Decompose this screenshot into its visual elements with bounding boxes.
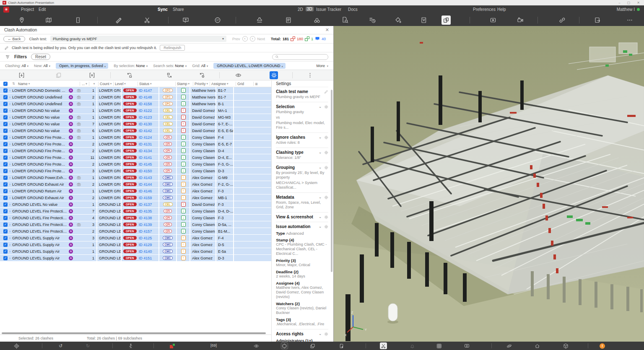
- filter-chip-3[interactable]: By selection:None▾: [114, 64, 148, 68]
- expand-icon[interactable]: ›: [9, 202, 10, 207]
- row-checkbox[interactable]: ✓: [3, 129, 8, 133]
- issue-id-link[interactable]: ID 4141: [139, 156, 152, 160]
- expand-icon[interactable]: ›: [9, 223, 10, 227]
- row-checkbox[interactable]: ✓: [3, 249, 8, 254]
- row-checkbox[interactable]: ✓: [3, 202, 8, 207]
- expand-icon[interactable]: ›: [9, 256, 10, 260]
- menu-sync[interactable]: Sync: [158, 7, 168, 12]
- table-row[interactable]: ✓›LOWER GROUND Fire Protection WetA3LOWE…: [0, 168, 271, 174]
- table-row[interactable]: ✓›LOWER GROUND No valueA1LOWER GROU...OP…: [0, 114, 271, 120]
- row-checkbox[interactable]: ✓: [3, 216, 8, 220]
- row-checkbox[interactable]: ✓: [3, 236, 8, 240]
- location-pin-icon[interactable]: [17, 16, 26, 25]
- table-row[interactable]: ✓›LOWER GROUND Exhaust AirA2LOWER GROU..…: [0, 181, 271, 187]
- menu-edit[interactable]: Edit: [39, 7, 46, 12]
- more-filters-button[interactable]: More ▾: [316, 64, 328, 68]
- clip-icon[interactable]: [143, 16, 152, 25]
- issue-history-icon[interactable]: [368, 16, 377, 25]
- search-model-icon[interactable]: [312, 16, 322, 25]
- expand-icon[interactable]: ›: [9, 109, 10, 113]
- issue-id-link[interactable]: ID 4122: [139, 109, 152, 113]
- mode-3d-button[interactable]: 3D: [306, 7, 314, 11]
- paint-bucket-icon[interactable]: [393, 16, 402, 25]
- sheet-list-icon[interactable]: [284, 16, 293, 25]
- expand-icon[interactable]: ›: [9, 95, 10, 99]
- expand-icon[interactable]: ›: [9, 142, 10, 146]
- issue-id-link[interactable]: ID 4130: [139, 122, 152, 126]
- search-input[interactable]: [279, 55, 321, 59]
- more-icon[interactable]: [625, 16, 634, 25]
- filter-chip-2[interactable]: Open, In progress, Solved▴: [56, 63, 108, 69]
- expand-icon[interactable]: ›: [9, 243, 10, 247]
- table-row[interactable]: ✓›LOWER GROUND Fire Protection WetA1LOWE…: [0, 134, 271, 140]
- row-checkbox[interactable]: ✓: [3, 122, 8, 126]
- table-row[interactable]: ✓›GROUND LEVEL Supply AirA1GROUND LEVELO…: [0, 255, 271, 261]
- grid-icon[interactable]: [436, 342, 443, 349]
- table-row[interactable]: ✓›LOWER GROUND No valueA7LOWER GROU...OP…: [0, 121, 271, 127]
- menu-docs[interactable]: Docs: [348, 7, 358, 12]
- menu-help[interactable]: Help: [497, 7, 506, 12]
- close-window-button[interactable]: ✕: [637, 1, 640, 5]
- column-grid[interactable]: Grid: [237, 82, 244, 86]
- expand-icon[interactable]: ›: [9, 249, 10, 254]
- issue-id-link[interactable]: ID 4143: [139, 176, 152, 180]
- camera-icon[interactable]: [516, 16, 525, 25]
- table-row[interactable]: ✓›LOWER GROUND Return AirA1LOWER GROU...…: [0, 188, 271, 194]
- present-icon[interactable]: [463, 342, 470, 349]
- search-docs-icon[interactable]: [340, 16, 350, 25]
- column-camera[interactable]: ▾: [93, 82, 95, 86]
- expand-icon[interactable]: ›: [9, 162, 10, 166]
- issue-id-link[interactable]: ID 4134: [139, 149, 152, 153]
- clash-test-select[interactable]: Plumbing gravity vs MEPF▾: [50, 36, 226, 42]
- prev-button[interactable]: Prev: [232, 37, 240, 41]
- visibility-icon[interactable]: [253, 342, 260, 349]
- issue-id-link[interactable]: ID 4123: [139, 115, 152, 119]
- table-row[interactable]: ✓›LOWER GROUND Fire Protection WetA2LOWE…: [0, 141, 271, 147]
- filter-chip-1[interactable]: New:All▾: [34, 64, 50, 68]
- table-row[interactable]: ✓›GROUND LEVEL Fire Protection WetA4GROU…: [0, 215, 271, 221]
- axonometry-icon[interactable]: [562, 342, 569, 349]
- expand-icon[interactable]: ›: [9, 156, 10, 160]
- chevron-down-icon[interactable]: ⌄: [319, 332, 322, 336]
- table-row[interactable]: ✓›GROUND LEVEL Fire Protection WetA2GROU…: [0, 228, 271, 234]
- table-row[interactable]: ✓›LOWER GROUND Fire Protection WetA2LOWE…: [0, 148, 271, 154]
- issue-id-link[interactable]: ID 4140: [139, 249, 152, 254]
- row-checkbox[interactable]: ✓: [3, 189, 8, 193]
- table-row[interactable]: ✓›GROUND LEVEL Supply AirA1GROUND LEVELO…: [0, 241, 271, 248]
- sort-icon[interactable]: ⇅: [11, 82, 17, 86]
- expand-icon[interactable]: ›: [9, 135, 10, 140]
- issue-id-link[interactable]: ID 4137: [139, 202, 152, 207]
- issue-id-link[interactable]: ID 4159: [139, 196, 152, 200]
- row-checkbox[interactable]: ✓: [3, 243, 8, 247]
- back-button[interactable]: ← Back: [3, 36, 25, 42]
- row-checkbox[interactable]: ✓: [3, 169, 8, 173]
- appearance-template-icon[interactable]: [419, 16, 428, 25]
- menu-preferences[interactable]: Preferences: [473, 7, 496, 12]
- issue-id-link[interactable]: ID 4138: [139, 216, 152, 220]
- user-menu[interactable]: Matthew I: [617, 7, 640, 12]
- row-checkbox[interactable]: ✓: [3, 95, 8, 99]
- expand-icon[interactable]: ›: [9, 149, 10, 153]
- redo-icon[interactable]: ↻: [84, 342, 91, 349]
- clear-selection-icon[interactable]: [88, 71, 96, 79]
- sync-settings-icon[interactable]: [197, 71, 206, 79]
- filter-chip-5[interactable]: Grid:All▾: [192, 64, 208, 68]
- export-issues-icon[interactable]: [17, 71, 26, 79]
- copy-icon[interactable]: [54, 71, 62, 79]
- filter-chip-4[interactable]: Search sets:None▾: [153, 64, 187, 68]
- prev-arrow-button[interactable]: ‹: [242, 36, 248, 41]
- walk-mode-icon[interactable]: [127, 342, 134, 349]
- column-status[interactable]: Status: [139, 82, 149, 86]
- gear-icon[interactable]: [324, 332, 328, 336]
- expand-icon[interactable]: ›: [9, 196, 10, 200]
- filter-chip-6[interactable]: GROUND LEVEL, LOWER GROUND▴: [213, 63, 286, 69]
- expand-icon[interactable]: ›: [9, 176, 10, 180]
- row-checkbox[interactable]: ✓: [3, 196, 8, 200]
- chevron-down-icon[interactable]: ⌄: [319, 105, 322, 109]
- table-row[interactable]: ✓›GROUND LEVEL Supply AirA1GROUND LEVELO…: [0, 248, 271, 254]
- pencil-icon[interactable]: [324, 90, 328, 94]
- clash-view-icon[interactable]: [169, 342, 176, 349]
- chevron-down-icon[interactable]: ⌄: [319, 195, 322, 199]
- row-checkbox[interactable]: ✓: [3, 156, 8, 160]
- row-checkbox[interactable]: ✓: [3, 229, 8, 233]
